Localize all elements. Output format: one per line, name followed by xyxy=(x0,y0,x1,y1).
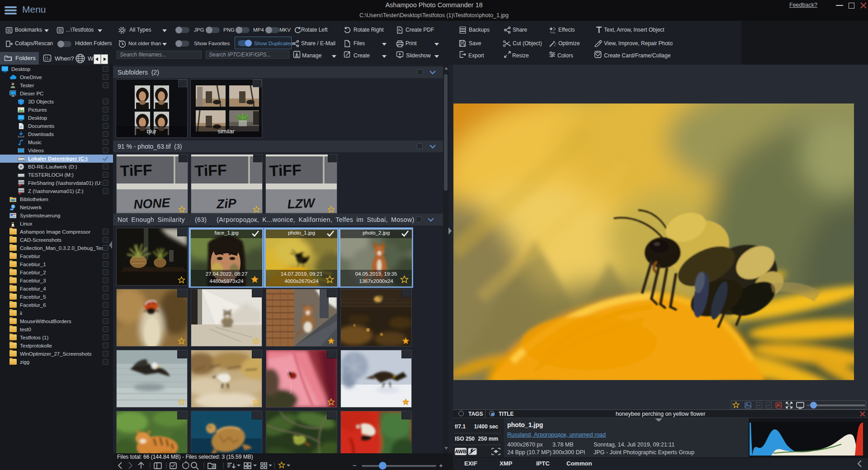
svg-text:TiFF: TiFF xyxy=(194,161,227,179)
svg-text:ZiP: ZiP xyxy=(216,196,236,211)
svg-text:NONE: NONE xyxy=(133,196,171,212)
svg-text:similar: similar xyxy=(217,128,235,135)
svg-text:LZW: LZW xyxy=(287,196,316,211)
svg-text:TiFF: TiFF xyxy=(269,161,302,179)
svg-text:TiFF: TiFF xyxy=(120,161,152,179)
svg-text:blur: blur xyxy=(146,128,156,135)
